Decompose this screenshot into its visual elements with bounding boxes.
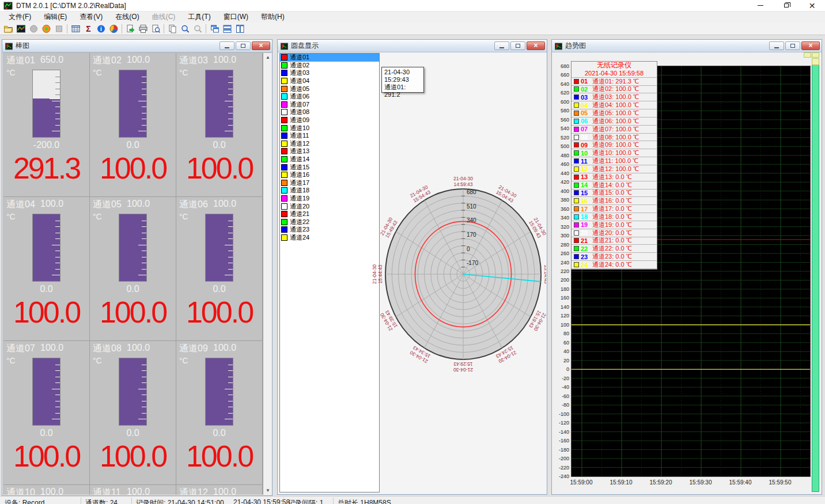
cascade-windows-icon[interactable] [208,23,221,35]
sum-icon[interactable]: Σ [82,23,94,35]
scroll-up-icon[interactable]: ▲ [263,53,271,62]
open-folder-icon[interactable] [2,23,14,35]
dial-maximize-button[interactable] [510,41,525,50]
bar-tick [55,395,60,395]
legend-row: 22通道22: 0.0 ℃ [572,245,657,253]
channel-list-item[interactable]: 通道15 [280,163,379,171]
svg-text:0: 0 [467,246,470,252]
bar-scrollbar[interactable]: ▲ ▼ [263,53,271,495]
bar-tick [55,365,60,365]
channel-list-item[interactable]: 通道01 [280,54,379,62]
channel-list-item[interactable]: 通道03 [280,69,379,77]
channel-color-swatch [281,172,287,178]
copy-icon[interactable] [166,23,179,35]
scroll-down-icon[interactable]: ▼ [263,486,271,495]
channel-list-item[interactable]: 通道14 [280,156,379,164]
channel-list-item[interactable]: 通道16 [280,171,379,179]
channel-list-item[interactable]: 通道21 [280,210,379,218]
menu-file[interactable]: 文件(F) [2,12,37,22]
menu-view[interactable]: 查看(V) [73,12,109,22]
menu-edit[interactable]: 编辑(E) [37,12,73,22]
legend-channel-value: 通道03: 100.0 ℃ [592,93,639,101]
legend-row: 04通道04: 100.0 ℃ [572,101,657,109]
svg-text:i: i [100,26,102,32]
scale-max: 650.0 [40,55,63,65]
trend-minimize-button[interactable] [769,41,784,50]
bar-tick [55,238,60,239]
dial-minimize-button[interactable] [494,41,509,50]
print-icon[interactable] [137,23,149,35]
channel-list-item[interactable]: 通道20 [280,202,379,210]
legend-row: 09通道09: 100.0 ℃ [572,141,657,149]
bar-fill [119,70,146,137]
channel-list-item[interactable]: 通道08 [280,108,379,116]
menu-online[interactable]: 在线(O) [109,12,145,22]
channel-name: 通道02 [93,55,125,66]
bar-tick [228,395,233,395]
minimize-button[interactable] [747,0,773,12]
bar-tick [55,221,60,221]
channel-list-item[interactable]: 通道13 [280,147,379,156]
channel-list-item[interactable]: 通道09 [280,116,379,124]
export-icon[interactable] [124,23,137,35]
channel-list-item[interactable]: 通道18 [280,187,379,195]
channel-list-item[interactable]: 通道23 [280,226,379,234]
zoom-icon[interactable] [179,23,191,35]
bar-meter [205,70,233,138]
channel-list-item[interactable]: 通道10 [280,124,379,132]
legend-channel-number: 16 [581,198,592,204]
channel-list-item[interactable]: 通道06 [280,93,379,101]
legend-channel-value: 通道04: 100.0 ℃ [592,101,639,109]
trend-close-button[interactable]: × [801,41,820,50]
record-icon[interactable] [40,23,52,35]
trend-zoom-button-2[interactable] [812,52,819,58]
svg-text:Σ: Σ [86,24,90,33]
trend-maximize-button[interactable] [785,41,800,50]
menu-help[interactable]: 帮助(H) [255,12,291,22]
curve-monitor-icon[interactable] [14,23,27,35]
info-icon[interactable]: i [94,23,107,35]
legend-color-swatch [574,230,579,236]
restore-icon [784,3,789,7]
print-preview-icon[interactable] [149,23,162,35]
restore-button[interactable] [773,0,799,12]
trend-zoom-button-1[interactable] [804,52,811,58]
legend-channel-number: 04 [581,102,592,109]
tile-horizontal-icon[interactable] [221,23,233,35]
close-button[interactable]: ✕ [799,0,825,12]
trend-scrollbar[interactable] [812,58,819,492]
bar-maximize-button[interactable] [236,41,251,50]
channel-list-item[interactable]: 通道11 [280,132,379,140]
data-table-icon[interactable] [69,23,82,35]
y-axis-label: 620 [552,90,569,96]
bar-tick [55,233,60,233]
dial-window-titlebar[interactable]: 圆盘显示 × [278,40,547,52]
trend-window-titlebar[interactable]: 趋势图 × [552,40,822,52]
menu-tools[interactable]: 工具(T) [181,12,217,22]
legend-row: 02通道02: 100.0 ℃ [572,86,657,94]
channel-list-item[interactable]: 通道05 [280,85,379,93]
menu-window[interactable]: 窗口(W) [217,12,255,22]
bar-tick [55,269,60,270]
y-axis-label: 360 [552,206,569,212]
bar-tick [142,407,146,407]
bar-close-button[interactable]: × [252,41,270,50]
channel-list-item[interactable]: 通道07 [280,101,379,109]
legend-row: 08通道08: 100.0 ℃ [572,134,657,142]
tile-vertical-icon[interactable] [233,23,246,35]
pie-chart-icon[interactable] [107,23,120,35]
dial-close-button[interactable]: × [527,41,545,50]
legend-row: 24通道24: 0.0 ℃ [572,261,657,269]
channel-list-item[interactable]: 通道12 [280,140,379,148]
bar-window-titlebar[interactable]: 棒图 × [2,40,272,52]
channel-list-item[interactable]: 通道02 [280,62,379,70]
channel-list-item[interactable]: 通道04 [280,77,379,85]
channel-list-item[interactable]: 通道24 [280,234,379,242]
trend-scrollbar-button[interactable] [812,58,819,65]
channel-list-item[interactable]: 通道22 [280,218,379,226]
legend-channel-number: 13 [581,173,592,180]
channel-list-item[interactable]: 通道19 [280,195,379,203]
bar-minimize-button[interactable] [220,41,234,50]
channel-list-item[interactable]: 通道17 [280,179,379,187]
legend-color-swatch [574,246,579,251]
